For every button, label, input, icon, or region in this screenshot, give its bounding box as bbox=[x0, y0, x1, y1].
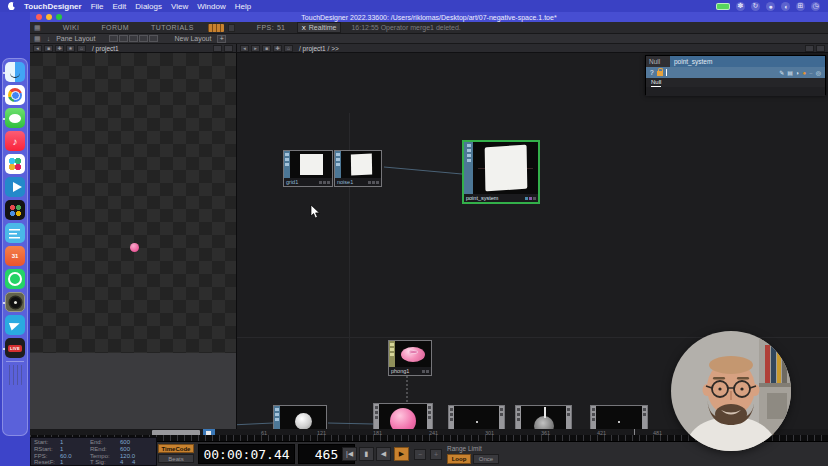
menu-edit[interactable]: Edit bbox=[113, 2, 127, 11]
node-noise1[interactable]: noise1 bbox=[334, 150, 382, 187]
fps-value[interactable]: 60.0 bbox=[60, 453, 90, 460]
battery-icon[interactable] bbox=[716, 3, 730, 10]
play-reverse-button[interactable]: ◀ bbox=[376, 447, 391, 461]
live-app-icon[interactable]: LIVE bbox=[5, 338, 25, 358]
timecode-mode-button[interactable]: TimeCode bbox=[158, 444, 194, 453]
param-page-tab[interactable]: Null bbox=[651, 79, 661, 87]
parameter-dialog[interactable]: Null point_system ? ✎ ▤ ◗ ● − ◎ bbox=[645, 55, 826, 95]
geometry-viewport[interactable] bbox=[30, 53, 237, 429]
pane-option-icon-1[interactable] bbox=[805, 45, 814, 52]
menu-window[interactable]: Window bbox=[197, 2, 225, 11]
node-input-rail[interactable] bbox=[464, 142, 473, 194]
calendar-icon[interactable]: 31 bbox=[5, 246, 25, 266]
end-value[interactable]: 600 bbox=[120, 439, 140, 446]
pane-star-icon[interactable]: ★ bbox=[66, 45, 75, 52]
start-value[interactable]: 1 bbox=[60, 439, 90, 446]
expression-icon[interactable]: ● bbox=[803, 70, 807, 76]
jump-to-start-button[interactable]: |◀ bbox=[342, 447, 357, 461]
pane-back-icon[interactable]: ◂ bbox=[33, 45, 42, 52]
tsig-value-2[interactable]: 4 bbox=[132, 459, 144, 466]
music-icon[interactable]: ♪ bbox=[5, 131, 25, 151]
pane-fwd-icon[interactable]: ▸ bbox=[251, 45, 260, 52]
menu-help[interactable]: Help bbox=[235, 2, 251, 11]
play-forward-button[interactable]: ▶ bbox=[394, 447, 409, 461]
language-icon[interactable]: ◗ bbox=[796, 70, 800, 76]
tempo-value[interactable]: 120.0 bbox=[120, 453, 140, 460]
meter-box-icon[interactable] bbox=[228, 24, 235, 32]
timeline-settings-panel[interactable]: Start: 1 End: 600 RStart: 1 REnd: 600 FP… bbox=[30, 437, 157, 466]
menu-dialogs[interactable]: Dialogs bbox=[135, 2, 162, 11]
minimize-icon[interactable]: − bbox=[809, 70, 813, 76]
save-layout-icon[interactable]: ↓ bbox=[47, 35, 51, 42]
status-icon-4[interactable]: ◖ bbox=[781, 2, 790, 11]
telegram-icon[interactable] bbox=[5, 315, 25, 335]
left-pane-path[interactable]: / project1 bbox=[92, 45, 119, 52]
window-titlebar[interactable]: TouchDesigner 2022.33600: /Users/rikloma… bbox=[30, 12, 828, 22]
pane-stop-icon[interactable]: ■ bbox=[44, 45, 53, 52]
webcam-overlay[interactable] bbox=[671, 331, 791, 451]
chrome-icon[interactable] bbox=[5, 85, 25, 105]
tsig-value-1[interactable]: 4 bbox=[120, 459, 132, 466]
step-forward-button[interactable]: + bbox=[430, 449, 442, 460]
new-layout-label[interactable]: New Layout bbox=[174, 35, 211, 42]
node-flags[interactable] bbox=[319, 181, 330, 184]
add-layout-button[interactable]: + bbox=[217, 35, 226, 43]
pane-back-icon[interactable]: ◂ bbox=[240, 45, 249, 52]
status-icon-2[interactable]: ↻ bbox=[751, 2, 760, 11]
resetf-value[interactable]: 1 bbox=[60, 459, 90, 466]
notes-app-icon[interactable] bbox=[5, 223, 25, 243]
apple-icon[interactable] bbox=[8, 2, 15, 10]
messages-icon[interactable] bbox=[5, 108, 25, 128]
pane-option-icon-1[interactable] bbox=[213, 45, 222, 52]
edit-icon[interactable]: ✎ bbox=[779, 69, 784, 76]
vscode-icon[interactable] bbox=[5, 177, 25, 197]
settings-icon[interactable]: ◎ bbox=[816, 69, 821, 76]
whatsapp-icon[interactable] bbox=[5, 269, 25, 289]
rstart-value[interactable]: 1 bbox=[60, 446, 90, 453]
layout-preset-5[interactable] bbox=[149, 35, 158, 42]
status-icon-5[interactable]: ⊞ bbox=[796, 2, 805, 11]
layout-preset-2[interactable] bbox=[119, 35, 128, 42]
help-icon[interactable]: ? bbox=[650, 69, 654, 76]
forum-link[interactable]: FORUM bbox=[101, 24, 129, 31]
layout-preset-1[interactable] bbox=[109, 35, 118, 42]
once-button[interactable]: Once bbox=[473, 454, 499, 464]
node-grid1[interactable]: grid1 bbox=[283, 150, 333, 187]
finder-icon[interactable] bbox=[5, 62, 25, 82]
node-flags[interactable] bbox=[368, 181, 379, 184]
network-pane-path[interactable]: / project1 / >> bbox=[299, 45, 339, 52]
app-menu-icon[interactable]: ▦ bbox=[34, 24, 41, 32]
lock-icon[interactable] bbox=[657, 71, 663, 76]
rend-value[interactable]: 600 bbox=[120, 446, 140, 453]
touchdesigner-dock-icon[interactable] bbox=[5, 292, 25, 312]
layout-preset-4[interactable] bbox=[139, 35, 148, 42]
op-name-field[interactable]: point_system bbox=[670, 56, 825, 67]
comment-icon[interactable]: ▤ bbox=[787, 69, 793, 76]
pane-split-icon[interactable]: ✚ bbox=[273, 45, 282, 52]
realtime-toggle[interactable]: X Realtime bbox=[297, 22, 342, 33]
loop-button[interactable]: Loop bbox=[447, 454, 471, 464]
pause-button[interactable]: ▮ bbox=[359, 447, 374, 461]
step-back-button[interactable]: − bbox=[414, 449, 426, 460]
launcher-app-icon[interactable] bbox=[5, 200, 25, 220]
clock-icon[interactable]: ◷ bbox=[811, 2, 820, 11]
status-icon-3[interactable]: ● bbox=[766, 2, 775, 11]
menu-file[interactable]: File bbox=[91, 2, 104, 11]
node-point-system[interactable]: point_system bbox=[462, 140, 540, 204]
pane-split-icon[interactable]: ✚ bbox=[55, 45, 64, 52]
performance-meter-icon[interactable] bbox=[208, 24, 224, 32]
wiki-link[interactable]: WIKI bbox=[63, 24, 80, 31]
tutorials-link[interactable]: TUTORIALS bbox=[151, 24, 194, 31]
pane-option-icon-2[interactable] bbox=[224, 45, 233, 52]
slack-icon[interactable] bbox=[5, 154, 25, 174]
pane-home-icon[interactable]: ⌂ bbox=[77, 45, 86, 52]
status-icon-1[interactable]: ✽ bbox=[736, 2, 745, 11]
node-phong1[interactable]: phong1 bbox=[388, 340, 432, 376]
layout-preset-3[interactable] bbox=[129, 35, 138, 42]
trash-icon[interactable] bbox=[5, 365, 25, 385]
layout-grid-icon[interactable]: ▦ bbox=[34, 35, 41, 43]
node-flags[interactable] bbox=[525, 197, 536, 200]
menu-app-name[interactable]: TouchDesigner bbox=[24, 2, 82, 11]
pane-option-icon-2[interactable] bbox=[816, 45, 825, 52]
pane-home-icon[interactable]: ⌂ bbox=[284, 45, 293, 52]
